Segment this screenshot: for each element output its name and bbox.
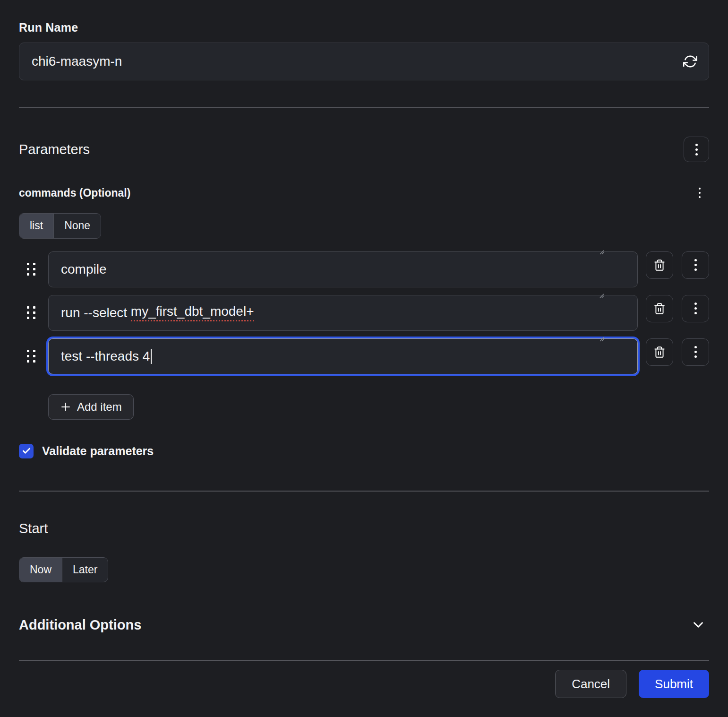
expand-additional-options-button[interactable] xyxy=(687,617,709,633)
run-name-label: Run Name xyxy=(19,21,709,35)
plus-icon xyxy=(60,401,71,413)
drag-handle[interactable] xyxy=(19,306,48,320)
row-actions xyxy=(646,295,709,322)
type-option-list[interactable]: list xyxy=(19,214,53,238)
misspelled-text: my_first_dbt_model+ xyxy=(131,304,254,321)
run-name-input[interactable] xyxy=(19,43,709,80)
validate-parameters-row: Validate parameters xyxy=(19,444,709,458)
parameters-menu-button[interactable] xyxy=(684,137,709,162)
cancel-button[interactable]: Cancel xyxy=(555,670,626,698)
add-item-label: Add item xyxy=(77,400,122,414)
row-actions xyxy=(646,338,709,366)
commands-menu-button[interactable] xyxy=(690,186,709,200)
command-text: compile xyxy=(61,262,106,277)
start-option-now[interactable]: Now xyxy=(19,558,62,582)
item-menu-button[interactable] xyxy=(682,295,709,322)
validate-parameters-checkbox[interactable] xyxy=(19,444,34,458)
grip-icon xyxy=(27,350,35,363)
command-input[interactable]: run --select my_first_dbt_model+ xyxy=(48,295,638,331)
type-option-none[interactable]: None xyxy=(53,214,101,238)
trash-icon xyxy=(653,259,666,271)
command-text: test --threads 4 xyxy=(61,349,150,364)
check-icon xyxy=(22,446,31,456)
kebab-menu-icon xyxy=(694,302,697,314)
command-input-focused[interactable]: test --threads 4 xyxy=(48,338,638,374)
refresh-icon xyxy=(683,54,697,69)
command-row: test --threads 4 xyxy=(19,338,709,374)
validate-parameters-label: Validate parameters xyxy=(42,444,154,458)
commands-list: compile xyxy=(19,251,709,374)
row-actions xyxy=(646,251,709,279)
drag-handle[interactable] xyxy=(19,349,48,363)
drag-handle[interactable] xyxy=(19,262,48,276)
trash-icon xyxy=(653,302,666,315)
additional-options-title: Additional Options xyxy=(19,617,141,633)
trash-icon xyxy=(653,346,666,358)
run-form: Run Name Parameters commands (Optional) xyxy=(0,0,728,698)
text-caret xyxy=(151,349,152,364)
form-footer: Cancel Submit xyxy=(19,670,709,698)
run-name-field xyxy=(19,43,709,80)
kebab-menu-icon xyxy=(699,188,701,198)
add-item-button[interactable]: Add item xyxy=(48,394,134,420)
command-text: run --select xyxy=(61,305,131,320)
resize-handle-icon[interactable] xyxy=(599,306,635,372)
item-menu-button[interactable] xyxy=(682,338,709,366)
start-title: Start xyxy=(19,521,709,536)
kebab-menu-icon xyxy=(695,144,698,155)
regenerate-name-button[interactable] xyxy=(681,52,700,71)
start-option-later[interactable]: Later xyxy=(62,558,108,582)
command-input[interactable]: compile xyxy=(48,251,638,287)
divider xyxy=(19,660,709,661)
grip-icon xyxy=(27,306,35,319)
submit-button[interactable]: Submit xyxy=(639,670,709,698)
kebab-menu-icon xyxy=(694,346,697,358)
start-toggle: Now Later xyxy=(19,557,108,583)
divider xyxy=(19,491,709,492)
additional-options-header[interactable]: Additional Options xyxy=(19,617,709,633)
chevron-down-icon xyxy=(690,617,706,633)
commands-type-toggle: list None xyxy=(19,213,101,239)
kebab-menu-icon xyxy=(694,259,697,271)
commands-field-label: commands (Optional) xyxy=(19,187,130,199)
delete-item-button[interactable] xyxy=(646,338,673,366)
parameters-title: Parameters xyxy=(19,142,90,157)
delete-item-button[interactable] xyxy=(646,251,673,279)
delete-item-button[interactable] xyxy=(646,295,673,322)
divider xyxy=(19,107,709,108)
item-menu-button[interactable] xyxy=(682,251,709,279)
grip-icon xyxy=(27,263,35,276)
